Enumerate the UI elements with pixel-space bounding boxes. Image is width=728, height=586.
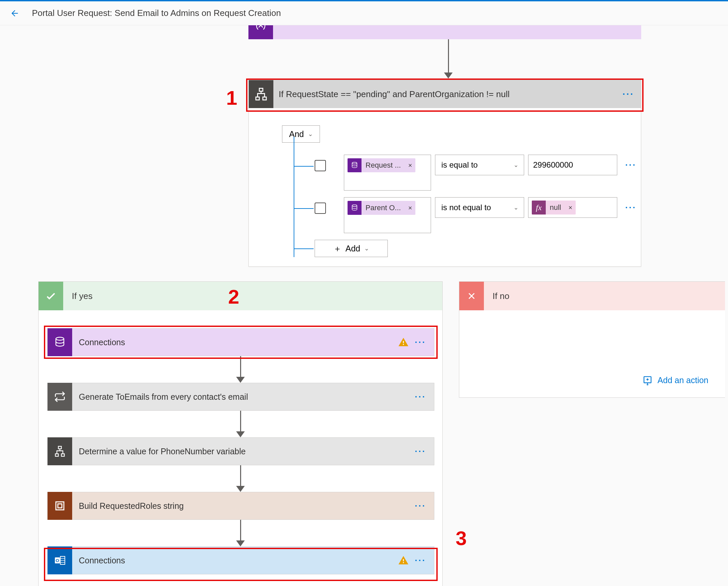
svg-rect-7 (58, 446, 61, 449)
token-parent-org[interactable]: Parent O... × (347, 201, 415, 215)
variable-icon (249, 25, 273, 39)
value-input[interactable]: 299600000 (528, 155, 617, 175)
if-yes-header[interactable]: If yes (38, 282, 442, 310)
svg-point-4 (352, 205, 357, 207)
remove-token-button[interactable]: × (405, 162, 415, 169)
value-input[interactable]: fx null × (528, 197, 617, 218)
left-operand-input[interactable]: Request ... × (344, 155, 431, 190)
add-action-button[interactable]: Add an action (642, 375, 708, 385)
row-menu-button[interactable]: ··· (625, 160, 636, 170)
action-menu-button[interactable]: ··· (415, 501, 434, 511)
annotation-label-1: 1 (226, 86, 237, 109)
token-request-state[interactable]: Request ... × (347, 158, 415, 172)
cds-icon (347, 201, 362, 215)
connector-arrow (47, 465, 434, 492)
connector-arrow (47, 411, 434, 437)
cds-icon (347, 158, 362, 172)
operator-dropdown[interactable]: is not equal to ⌄ (435, 197, 524, 218)
if-no-branch: If no Add an action (459, 281, 725, 398)
generate-toemails-action[interactable]: Generate ToEmails from every contact's e… (47, 383, 434, 411)
close-icon (459, 282, 484, 310)
condition-icon (48, 437, 72, 465)
operator-dropdown[interactable]: is equal to ⌄ (435, 155, 524, 175)
loop-icon (48, 383, 72, 411)
determine-phonenumber-action[interactable]: Determine a value for PhoneNumber variab… (47, 437, 434, 465)
annotation-box-3 (44, 548, 438, 581)
plus-icon: ＋ (333, 243, 342, 254)
svg-rect-8 (55, 454, 58, 457)
token-null[interactable]: fx null × (532, 201, 576, 214)
annotation-box-1 (246, 78, 644, 112)
check-icon (38, 282, 63, 310)
if-yes-branch: If yes Connections ··· Generate ToEmails… (38, 281, 443, 586)
action-menu-button[interactable]: ··· (415, 392, 434, 402)
compose-icon (48, 492, 72, 520)
declare-phonenumber-action[interactable]: Declare PhoneNumber (249, 25, 641, 39)
page-title: Portal User Request: Send Email to Admin… (32, 8, 281, 18)
logic-operator-dropdown[interactable]: And ⌄ (282, 125, 320, 143)
left-operand-input[interactable]: Parent O... × (344, 197, 431, 233)
annotation-label-2: 2 (228, 285, 239, 308)
remove-token-button[interactable]: × (405, 204, 415, 212)
connector-arrow (47, 356, 434, 383)
chevron-down-icon: ⌄ (514, 161, 518, 169)
build-requestedroles-action[interactable]: Build RequestedRoles string ··· (47, 492, 434, 520)
add-condition-button[interactable]: ＋ Add ⌄ (315, 240, 388, 257)
svg-rect-9 (61, 454, 64, 457)
back-button[interactable] (10, 8, 20, 18)
svg-rect-10 (56, 502, 64, 510)
svg-point-3 (352, 162, 357, 164)
add-action-icon (642, 375, 653, 385)
row-checkbox[interactable] (315, 203, 326, 214)
svg-rect-11 (58, 504, 62, 508)
chevron-down-icon: ⌄ (514, 204, 518, 211)
header-bar: Portal User Request: Send Email to Admin… (0, 1, 728, 25)
connector-arrow (47, 520, 434, 546)
fx-icon: fx (532, 201, 546, 214)
condition-row-2: Parent O... × is not equal to ⌄ fx null … (315, 197, 636, 233)
condition-row-1: Request ... × is equal to ⌄ 299600000 ··… (315, 155, 636, 190)
connector-arrow (444, 39, 452, 78)
annotation-box-2 (44, 326, 438, 359)
chevron-down-icon: ⌄ (308, 130, 313, 138)
row-menu-button[interactable]: ··· (625, 203, 636, 213)
annotation-label-3: 3 (456, 527, 467, 550)
row-checkbox[interactable] (315, 160, 326, 171)
if-no-header[interactable]: If no (459, 282, 725, 310)
remove-token-button[interactable]: × (565, 204, 576, 211)
action-menu-button[interactable]: ··· (415, 446, 434, 457)
chevron-down-icon: ⌄ (364, 245, 369, 252)
